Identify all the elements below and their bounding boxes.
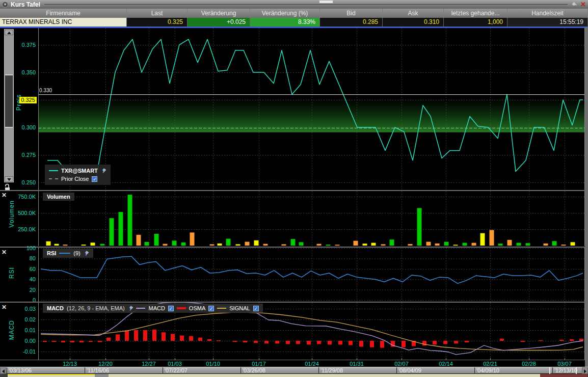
x-tick-mark: [213, 358, 213, 360]
x-tick-label: 02/14: [439, 361, 453, 367]
ref-price-label: 0.330: [39, 88, 52, 93]
osma-bar-swatch: [177, 307, 186, 309]
trade-time-cell[interactable]: 15:55:19: [507, 18, 588, 26]
macd-panel-title: MACD: [47, 305, 64, 311]
series-label: TXR@SMART: [61, 168, 98, 174]
column-header-bid[interactable]: Bid: [320, 9, 383, 18]
macd-panel-badge[interactable]: MACD (12, 26, 9 - EMA, EMA) ☛ MACD OSMA …: [43, 304, 263, 313]
x-tick-label: 01/17: [252, 361, 266, 367]
kurs-tafel-window: ▼ Kurs Tafel ☛ ✕ Firmenname Last Verände…: [0, 0, 588, 377]
scrollbar-date-label[interactable]: '07/22/07: [163, 367, 188, 374]
x-tick-label: 12/20: [98, 361, 113, 367]
y-tick-label: 250.0K: [0, 226, 36, 233]
window-titlebar[interactable]: ▼ Kurs Tafel ☛ ✕: [0, 0, 588, 9]
column-header-trade-time[interactable]: Handelszeit: [507, 9, 588, 18]
scrollbar-date-label[interactable]: '03/26/08: [240, 367, 265, 374]
volume-panel-title: Volumen: [47, 194, 70, 200]
titlebar-tab-marker: [319, 1, 333, 3]
volume-panel-badge[interactable]: Volumen: [43, 193, 74, 201]
x-tick-mark: [565, 358, 565, 360]
bid-cell[interactable]: 0.285: [320, 18, 383, 26]
company-name-cell[interactable]: TERRAX MINERALS INC: [0, 18, 127, 26]
macd-params: (12, 26, 9 - EMA, EMA): [67, 305, 125, 311]
scrollbar-date-label[interactable]: '11/29/08: [318, 367, 343, 374]
configure-hand-icon[interactable]: ☛: [570, 0, 579, 9]
y-tick-label: 0.01: [0, 327, 36, 334]
x-tick-mark: [259, 358, 259, 360]
y-tick-label: 80: [0, 255, 36, 262]
rsi-config-hand-icon[interactable]: ☛: [82, 249, 91, 257]
y-tick-label: 0.275: [0, 152, 36, 158]
y-tick-label: 750.0K: [0, 194, 36, 200]
range-gap: [95, 374, 109, 377]
last-price-cell[interactable]: 0.325: [127, 18, 188, 26]
y-tick-label: 60: [0, 266, 36, 273]
x-tick-mark: [312, 358, 312, 360]
y-tick-label: 500.0K: [0, 210, 36, 217]
scroll-right-arrow-icon[interactable]: [582, 367, 588, 374]
x-axis-strip: 12/1312/2012/2701/0301/1001/1701/2401/31…: [0, 360, 588, 367]
x-tick-label: 01/10: [206, 361, 220, 367]
macd-config-hand-icon[interactable]: ☛: [126, 304, 135, 312]
x-tick-mark: [357, 358, 357, 360]
scrollbar-date-label[interactable]: '04/09/10: [474, 367, 499, 374]
y-tick-label: 0.350: [0, 69, 36, 76]
price-legend: TXR@SMART ☛ Prior Close: [45, 165, 111, 185]
column-header-ask[interactable]: Ask: [383, 9, 444, 18]
change-cell[interactable]: +0.025: [188, 18, 250, 26]
rsi-panel: RSI RSI (9) ☛ 100806040200: [0, 248, 588, 302]
osma-legend-label: OSMA: [189, 305, 205, 311]
x-tick-mark: [105, 358, 106, 360]
x-tick-mark: [70, 358, 70, 360]
prior-close-line-swatch: [49, 178, 58, 179]
scroll-left-arrow-icon[interactable]: [0, 367, 6, 374]
signal-line-swatch: [217, 308, 226, 309]
window-title: Kurs Tafel: [11, 1, 40, 8]
time-scrollbar[interactable]: '03/13/06'11/16/06'07/22/07'03/26/08'11/…: [0, 367, 588, 373]
rsi-panel-badge[interactable]: RSI (9) ☛: [43, 249, 93, 258]
last-size-cell[interactable]: 1,000: [444, 18, 507, 26]
column-header-change-pct[interactable]: Veränderung (%): [250, 9, 320, 18]
range-selected-segment[interactable]: [540, 374, 587, 377]
window-right-edge: [585, 27, 588, 367]
column-header-last-size[interactable]: letztes gehande...: [444, 9, 507, 18]
macd-checkbox[interactable]: [168, 306, 174, 311]
legend-row-prior-close: Prior Close: [49, 175, 106, 183]
x-tick-label: 02/07: [394, 361, 409, 367]
OSMA-bar-series: [43, 330, 583, 348]
close-window-icon[interactable]: ✕: [580, 1, 586, 8]
signal-checkbox[interactable]: [253, 306, 259, 311]
series-config-hand-icon[interactable]: ☛: [99, 166, 108, 175]
y-tick-label: 100: [0, 245, 36, 252]
change-pct-cell[interactable]: 8.33%: [250, 18, 320, 26]
prior-close-label: Prior Close: [61, 176, 89, 182]
prior-close-checkbox[interactable]: [92, 176, 97, 182]
x-tick-mark: [149, 358, 149, 360]
column-header-last[interactable]: Last: [127, 9, 188, 18]
scrollbar-date-label[interactable]: '11/16/06: [85, 367, 109, 374]
volume-plot: [0, 191, 588, 246]
column-header-firmenname[interactable]: Firmenname: [0, 9, 127, 18]
scrollbar-date-label[interactable]: '12/13/10: [552, 367, 577, 374]
y-tick-label: 0.250: [0, 179, 36, 186]
macd-line-swatch: [136, 308, 145, 309]
volume-panel: Volumen Volumen 750.0K500.0K250.0K: [0, 191, 588, 246]
collapse-chevron-icon[interactable]: ▼: [2, 2, 8, 8]
column-header-change[interactable]: Veränderung: [188, 9, 250, 18]
scrollbar-date-label[interactable]: '08/04/09: [396, 367, 421, 374]
series-line-swatch: [49, 170, 58, 171]
view-range-start-marker[interactable]: [549, 367, 550, 374]
scrollbar-date-label[interactable]: '03/13/06: [7, 367, 32, 374]
osma-checkbox[interactable]: [208, 306, 214, 311]
x-tick-label: 03/07: [557, 361, 572, 367]
ask-cell[interactable]: 0.310: [383, 18, 444, 26]
horizontal-gridlines: [38, 309, 584, 352]
y-tick-label: 0.03: [0, 306, 36, 312]
x-tick-label: 12/13: [63, 361, 77, 367]
x-tick-mark: [529, 358, 529, 360]
y-tick-label: 0.300: [0, 124, 36, 131]
time-range-slider[interactable]: [0, 374, 588, 377]
Volumen-bar-series: [46, 195, 575, 246]
x-tick-mark: [490, 358, 491, 360]
range-highlight: [8, 374, 95, 375]
